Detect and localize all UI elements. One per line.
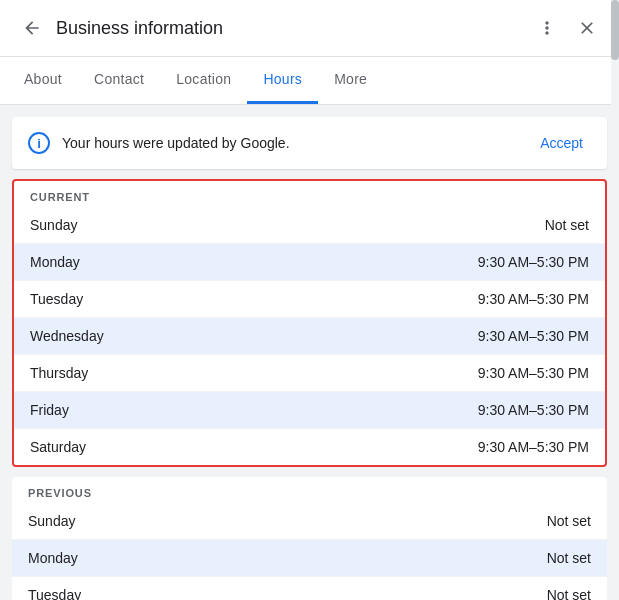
- hours-row: Saturday9:30 AM–5:30 PM: [14, 429, 605, 465]
- previous-section-label: PREVIOUS: [12, 477, 607, 503]
- hours-value: 9:30 AM–5:30 PM: [478, 291, 589, 307]
- current-hours-rows: SundayNot setMonday9:30 AM–5:30 PMTuesda…: [14, 207, 605, 465]
- hours-value: 9:30 AM–5:30 PM: [478, 365, 589, 381]
- notification-bar: i Your hours were updated by Google. Acc…: [12, 117, 607, 169]
- current-section-label: CURRENT: [14, 181, 605, 207]
- day-name: Monday: [28, 550, 547, 566]
- day-name: Friday: [30, 402, 478, 418]
- current-hours-section: CURRENT SundayNot setMonday9:30 AM–5:30 …: [12, 179, 607, 467]
- window: Business information AboutContactLocatio…: [0, 0, 619, 600]
- hours-row: Tuesday9:30 AM–5:30 PM: [14, 281, 605, 318]
- hours-row: SundayNot set: [14, 207, 605, 244]
- tab-contact[interactable]: Contact: [78, 57, 160, 104]
- scrollbar-track[interactable]: [611, 0, 619, 600]
- hours-value: Not set: [547, 513, 591, 529]
- tab-more[interactable]: More: [318, 57, 383, 104]
- hours-value: Not set: [547, 587, 591, 600]
- back-button[interactable]: [16, 12, 48, 44]
- hours-value: 9:30 AM–5:30 PM: [478, 254, 589, 270]
- hours-row: Wednesday9:30 AM–5:30 PM: [14, 318, 605, 355]
- tab-about[interactable]: About: [8, 57, 78, 104]
- more-options-button[interactable]: [531, 12, 563, 44]
- hours-row: Thursday9:30 AM–5:30 PM: [14, 355, 605, 392]
- nav-tabs: AboutContactLocationHoursMore: [0, 57, 619, 105]
- day-name: Thursday: [30, 365, 478, 381]
- content-area: i Your hours were updated by Google. Acc…: [0, 105, 619, 600]
- title-bar: Business information: [0, 0, 619, 57]
- accept-button[interactable]: Accept: [532, 131, 591, 155]
- day-name: Wednesday: [30, 328, 478, 344]
- info-icon: i: [28, 132, 50, 154]
- previous-hours-section: PREVIOUS SundayNot setMondayNot setTuesd…: [12, 477, 607, 600]
- hours-row: MondayNot set: [12, 540, 607, 577]
- tab-location[interactable]: Location: [160, 57, 247, 104]
- close-button[interactable]: [571, 12, 603, 44]
- hours-value: 9:30 AM–5:30 PM: [478, 328, 589, 344]
- day-name: Sunday: [28, 513, 547, 529]
- tab-hours[interactable]: Hours: [247, 57, 318, 104]
- day-name: Saturday: [30, 439, 478, 455]
- hours-row: Friday9:30 AM–5:30 PM: [14, 392, 605, 429]
- day-name: Tuesday: [30, 291, 478, 307]
- day-name: Monday: [30, 254, 478, 270]
- hours-value: Not set: [547, 550, 591, 566]
- previous-hours-rows: SundayNot setMondayNot setTuesdayNot set…: [12, 503, 607, 600]
- day-name: Sunday: [30, 217, 545, 233]
- hours-value: 9:30 AM–5:30 PM: [478, 439, 589, 455]
- hours-value: Not set: [545, 217, 589, 233]
- scrollbar-thumb[interactable]: [611, 0, 619, 60]
- notification-text: Your hours were updated by Google.: [62, 135, 532, 151]
- hours-row: SundayNot set: [12, 503, 607, 540]
- hours-value: 9:30 AM–5:30 PM: [478, 402, 589, 418]
- day-name: Tuesday: [28, 587, 547, 600]
- hours-row: Monday9:30 AM–5:30 PM: [14, 244, 605, 281]
- page-title: Business information: [56, 18, 531, 39]
- title-actions: [531, 12, 603, 44]
- hours-row: TuesdayNot set: [12, 577, 607, 600]
